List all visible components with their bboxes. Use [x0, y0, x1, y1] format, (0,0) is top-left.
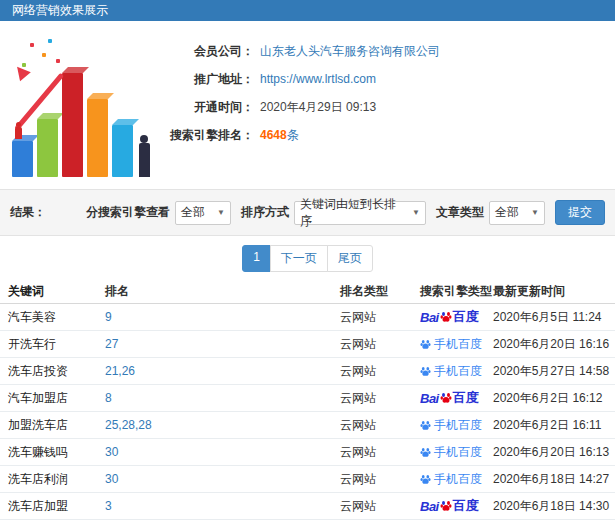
- baidu-paw-icon: [420, 447, 431, 458]
- engine-select[interactable]: 全部 ▼: [175, 201, 231, 225]
- keyword-cell: 洗车店加盟: [0, 498, 105, 515]
- baidu-logo: Bai 百度: [420, 497, 479, 515]
- table-row: 洗车店投资 21,26 云网站 手机百度 2020年5月27日 14:58: [0, 358, 615, 385]
- mobile-baidu-logo: 手机百度: [420, 471, 482, 488]
- table-row: 加盟洗车店 25,28,28 云网站 手机百度 2020年6月2日 16:11: [0, 412, 615, 439]
- submit-button[interactable]: 提交: [555, 200, 605, 225]
- rank-link[interactable]: 30: [105, 472, 118, 486]
- mobile-baidu-logo: 手机百度: [420, 444, 482, 461]
- sort-filter-label: 排序方式: [241, 204, 289, 221]
- baidu-paw-icon: [420, 339, 431, 350]
- engine-cell: 手机百度: [420, 444, 493, 461]
- rank-type-cell: 云网站: [340, 309, 420, 326]
- rank-type-cell: 云网站: [340, 498, 420, 515]
- chart-bar-red: [62, 73, 83, 177]
- rank-type-cell: 云网站: [340, 471, 420, 488]
- chevron-down-icon: ▼: [412, 208, 420, 217]
- keyword-cell: 洗车赚钱吗: [0, 444, 105, 461]
- person-figure-red: [12, 122, 24, 139]
- update-time-cell: 2020年6月2日 16:11: [493, 417, 615, 434]
- chart-bar-orange: [87, 99, 108, 177]
- baidu-paw-icon: [420, 474, 431, 485]
- chart-bar-blue: [12, 141, 33, 177]
- chevron-down-icon: ▼: [531, 208, 539, 217]
- table-row: 洗车店加盟 3 云网站 Bai 百度 2020年6月18日 14:30: [0, 493, 615, 520]
- table-row: 汽车美容 9 云网站 Bai 百度 2020年6月5日 11:24: [0, 304, 615, 331]
- sort-select[interactable]: 关键词由短到长排序 ▼: [294, 201, 426, 225]
- mobile-baidu-logo: 手机百度: [420, 417, 482, 434]
- mobile-baidu-logo: 手机百度: [420, 363, 482, 380]
- info-row-rank-count: 搜索引擎排名： 4648 条: [162, 121, 615, 149]
- keyword-cell: 汽车加盟店: [0, 390, 105, 407]
- baidu-paw-icon: [420, 420, 431, 431]
- rank-type-cell: 云网站: [340, 363, 420, 380]
- member-info-panel: 会员公司： 山东老人头汽车服务咨询有限公司 推广地址： https://www.…: [162, 21, 615, 149]
- update-time-cell: 2020年6月18日 14:30: [493, 498, 615, 515]
- rank-count-value: 4648: [260, 128, 287, 142]
- rank-link[interactable]: 21,26: [105, 364, 135, 378]
- rank-link[interactable]: 30: [105, 445, 118, 459]
- last-page-button[interactable]: 尾页: [327, 245, 373, 272]
- page-title: 网络营销效果展示: [0, 0, 615, 21]
- baidu-paw-icon: [440, 311, 452, 323]
- article-type-filter-group: 文章类型 全部 ▼: [436, 201, 545, 225]
- page-1-button[interactable]: 1: [242, 245, 271, 272]
- engine-cell: 手机百度: [420, 336, 493, 353]
- results-table: 关键词 排名 排名类型 搜索引擎类型 最新更新时间 汽车美容 9 云网站 Bai…: [0, 280, 615, 520]
- pagination: 1 下一页 尾页: [242, 245, 373, 272]
- next-page-button[interactable]: 下一页: [270, 245, 328, 272]
- engine-cell: Bai 百度: [420, 497, 493, 515]
- update-time-cell: 2020年6月20日 16:13: [493, 444, 615, 461]
- rank-link[interactable]: 27: [105, 337, 118, 351]
- table-row: 开洗车行 27 云网站 手机百度 2020年6月20日 16:16: [0, 331, 615, 358]
- baidu-logo: Bai 百度: [420, 389, 479, 407]
- keyword-cell: 加盟洗车店: [0, 417, 105, 434]
- top-info-section: 会员公司： 山东老人头汽车服务咨询有限公司 推广地址： https://www.…: [0, 21, 615, 189]
- keyword-cell: 开洗车行: [0, 336, 105, 353]
- growth-arrow-head-icon: [7, 57, 31, 81]
- article-type-select[interactable]: 全部 ▼: [489, 201, 545, 225]
- sort-filter-group: 排序方式 关键词由短到长排序 ▼: [241, 201, 426, 225]
- baidu-paw-icon: [440, 392, 452, 404]
- keyword-cell: 汽车美容: [0, 309, 105, 326]
- engine-cell: Bai 百度: [420, 389, 493, 407]
- rank-count-label: 搜索引擎排名：: [162, 127, 254, 144]
- table-row: 洗车赚钱吗 30 云网站 手机百度 2020年6月20日 16:13: [0, 439, 615, 466]
- sort-select-value: 关键词由短到长排序: [300, 196, 407, 230]
- rank-type-cell: 云网站: [340, 336, 420, 353]
- chart-bar-green: [37, 119, 58, 177]
- company-label: 会员公司：: [162, 43, 254, 60]
- rank-count-unit: 条: [287, 127, 299, 144]
- rank-type-cell: 云网站: [340, 390, 420, 407]
- promo-url-link[interactable]: https://www.lrtlsd.com: [260, 72, 376, 86]
- header-keyword: 关键词: [0, 283, 105, 300]
- header-engine-type: 搜索引擎类型: [420, 283, 493, 300]
- rank-type-cell: 云网站: [340, 417, 420, 434]
- promo-url-label: 推广地址：: [162, 71, 254, 88]
- engine-select-value: 全部: [181, 204, 205, 221]
- header-rank-type: 排名类型: [340, 283, 420, 300]
- engine-cell: Bai 百度: [420, 308, 493, 326]
- update-time-cell: 2020年5月27日 14:58: [493, 363, 615, 380]
- info-row-url: 推广地址： https://www.lrtlsd.com: [162, 65, 615, 93]
- chevron-down-icon: ▼: [217, 208, 225, 217]
- rank-link[interactable]: 25,28,28: [105, 418, 152, 432]
- bar-chart-illustration: [4, 33, 166, 183]
- engine-filter-group: 分搜索引擎查看 全部 ▼: [86, 201, 231, 225]
- article-type-label: 文章类型: [436, 204, 484, 221]
- rank-link[interactable]: 8: [105, 391, 112, 405]
- chart-bar-teal: [112, 125, 133, 177]
- rank-link[interactable]: 9: [105, 310, 112, 324]
- update-time-cell: 2020年6月2日 16:12: [493, 390, 615, 407]
- update-time-cell: 2020年6月20日 16:16: [493, 336, 615, 353]
- header-rank: 排名: [105, 283, 340, 300]
- rank-type-cell: 云网站: [340, 444, 420, 461]
- baidu-paw-icon: [440, 500, 452, 512]
- update-time-cell: 2020年6月18日 14:27: [493, 471, 615, 488]
- mobile-baidu-logo: 手机百度: [420, 336, 482, 353]
- info-row-company: 会员公司： 山东老人头汽车服务咨询有限公司: [162, 37, 615, 65]
- rank-link[interactable]: 3: [105, 499, 112, 513]
- open-time-label: 开通时间：: [162, 99, 254, 116]
- company-link[interactable]: 山东老人头汽车服务咨询有限公司: [260, 43, 440, 60]
- update-time-cell: 2020年6月5日 11:24: [493, 309, 615, 326]
